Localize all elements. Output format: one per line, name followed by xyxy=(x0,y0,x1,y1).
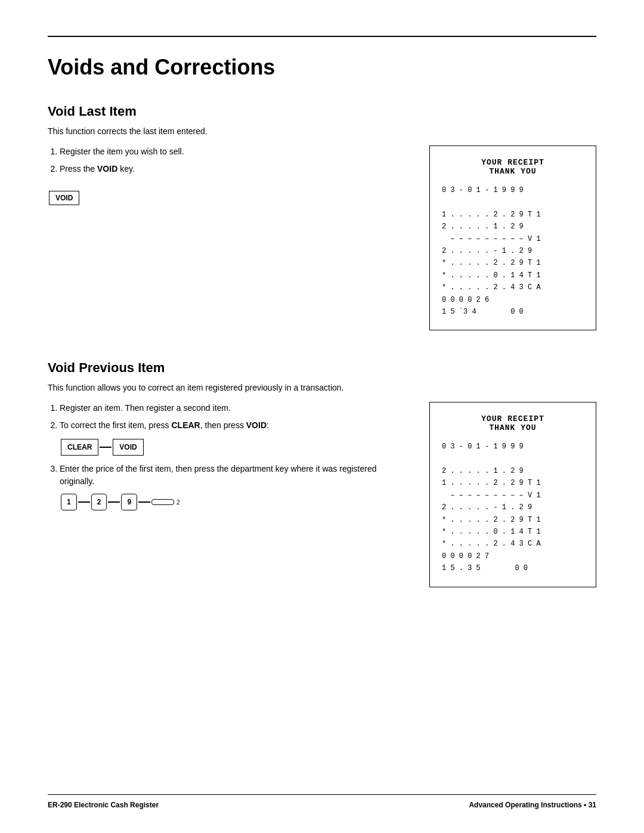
receipt-box-void-last: YOUR RECEIPT THANK YOU 0 3 - 0 1 - 1 9 9… xyxy=(429,145,596,330)
steps-list-void-prev: Register an item. Then register a second… xyxy=(60,402,405,510)
page: Voids and Corrections Void Last Item Thi… xyxy=(0,0,644,833)
receipt-line-2: 2 . . . . . 1 . 2 9 xyxy=(442,221,584,233)
receipt-line-8: 0 0 0 0 2 6 xyxy=(442,294,584,306)
section-content-void-last: Register the item you wish to sell. Pres… xyxy=(48,145,596,330)
void-label-inline: VOID xyxy=(97,164,117,174)
receipt-line-7: * . . . . . 2 . 4 3 C A xyxy=(442,281,584,293)
clear-void-key-row: CLEAR VOID xyxy=(60,438,405,457)
receipt-line-9: 1 5 ´3 4 0 0 xyxy=(442,306,584,318)
section-desc-void-prev: This function allows you to correct an i… xyxy=(48,383,596,392)
prev-receipt-line-6: * . . . . . 0 . 1 4 T 1 xyxy=(442,526,584,538)
section-title-void-last: Void Last Item xyxy=(48,104,596,119)
receipt-header-void-prev: YOUR RECEIPT THANK YOU xyxy=(442,414,584,432)
receipt-lines-void-last: 0 3 - 0 1 - 1 9 9 9 1 . . . . . 2 . 2 9 … xyxy=(442,184,584,318)
prev-receipt-line-8: 0 0 0 0 2 7 xyxy=(442,550,584,562)
prev-step-3: Enter the price of the first item, then … xyxy=(60,463,405,510)
num-key-9[interactable]: 9 xyxy=(121,494,137,510)
section-void-previous-item: Void Previous Item This function allows … xyxy=(48,360,596,587)
prev-step-2: To correct the first item, press CLEAR, … xyxy=(60,419,405,457)
receipt-line-0: 0 3 - 0 1 - 1 9 9 9 xyxy=(442,184,584,196)
instructions-void-last: Register the item you wish to sell. Pres… xyxy=(48,145,405,330)
step-1: Register the item you wish to sell. xyxy=(60,145,405,158)
section-title-void-prev: Void Previous Item xyxy=(48,360,596,376)
footer: ER-290 Electronic Cash Register Advanced… xyxy=(48,794,596,809)
num-key-1[interactable]: 1 xyxy=(61,494,77,510)
receipt-line-1: 1 . . . . . 2 . 2 9 T 1 xyxy=(442,209,584,221)
prev-receipt-line-1: 2 . . . . . 1 . 2 9 xyxy=(442,465,584,477)
key-connector-4 xyxy=(138,501,150,503)
key-connector-3 xyxy=(108,501,120,503)
step-2: Press the VOID key. xyxy=(60,163,405,175)
receipt-header-line2: THANK YOU xyxy=(442,167,584,176)
void-label-inline-2: VOID xyxy=(246,420,267,430)
section-desc-void-last: This function corrects the last item ent… xyxy=(48,126,596,136)
page-title: Voids and Corrections xyxy=(48,55,596,80)
void-key[interactable]: VOID xyxy=(49,191,79,205)
instructions-void-prev: Register an item. Then register a second… xyxy=(48,402,405,587)
footer-left: ER-290 Electronic Cash Register xyxy=(48,801,159,809)
num-key-2[interactable]: 2 xyxy=(91,494,107,510)
prev-receipt-line-0: 0 3 - 0 1 - 1 9 9 9 xyxy=(442,441,584,453)
top-rule xyxy=(48,36,596,37)
receipt-header-line1: YOUR RECEIPT xyxy=(442,158,584,167)
receipt-header-prev-line1: YOUR RECEIPT xyxy=(442,414,584,423)
receipt-lines-void-prev: 0 3 - 0 1 - 1 9 9 9 2 . . . . . 1 . 2 9 … xyxy=(442,441,584,574)
prev-receipt-line-5: * . . . . . 2 . 2 9 T 1 xyxy=(442,514,584,526)
key-connector-2 xyxy=(78,501,90,503)
receipt-line-6: * . . . . . 0 . 1 4 T 1 xyxy=(442,270,584,281)
void-key-group: VOID xyxy=(48,190,80,206)
key-connector-1 xyxy=(100,447,112,448)
prev-receipt-line-2: 1 . . . . . 2 . 2 9 T 1 xyxy=(442,477,584,489)
receipt-box-void-prev: YOUR RECEIPT THANK YOU 0 3 - 0 1 - 1 9 9… xyxy=(429,402,596,587)
receipt-header-prev-line2: THANK YOU xyxy=(442,423,584,432)
dept-key[interactable] xyxy=(151,499,174,505)
prev-receipt-line-3: – – – – – – – – – V 1 xyxy=(442,490,584,501)
prev-receipt-line-blank xyxy=(442,453,584,465)
receipt-line-4: 2 . . . . . - 1 . 2 9 xyxy=(442,245,584,257)
footer-right: Advanced Operating Instructions • 31 xyxy=(469,801,596,809)
prev-receipt-line-9: 1 5 . 3 5 0 0 xyxy=(442,562,584,574)
receipt-header-void-last: YOUR RECEIPT THANK YOU xyxy=(442,158,584,176)
section-void-last-item: Void Last Item This function corrects th… xyxy=(48,104,596,330)
prev-receipt-line-7: * . . . . . 2 . 4 3 C A xyxy=(442,538,584,550)
prev-receipt-line-4: 2 . . . . . - 1 . 2 9 xyxy=(442,501,584,513)
clear-label-inline: CLEAR xyxy=(172,420,200,430)
section-content-void-prev: Register an item. Then register a second… xyxy=(48,402,596,587)
dept-subscript: 2 xyxy=(177,498,180,507)
receipt-line-3: – – – – – – – – – V 1 xyxy=(442,233,584,245)
prev-step-1: Register an item. Then register a second… xyxy=(60,402,405,414)
receipt-line-5: * . . . . . 2 . 2 9 T 1 xyxy=(442,257,584,269)
clear-key[interactable]: CLEAR xyxy=(61,439,98,456)
steps-list-void-last: Register the item you wish to sell. Pres… xyxy=(60,145,405,175)
num-dept-key-row: 1 2 9 2 xyxy=(60,494,405,510)
void-key-2[interactable]: VOID xyxy=(113,439,143,456)
receipt-line-blank-1 xyxy=(442,196,584,208)
